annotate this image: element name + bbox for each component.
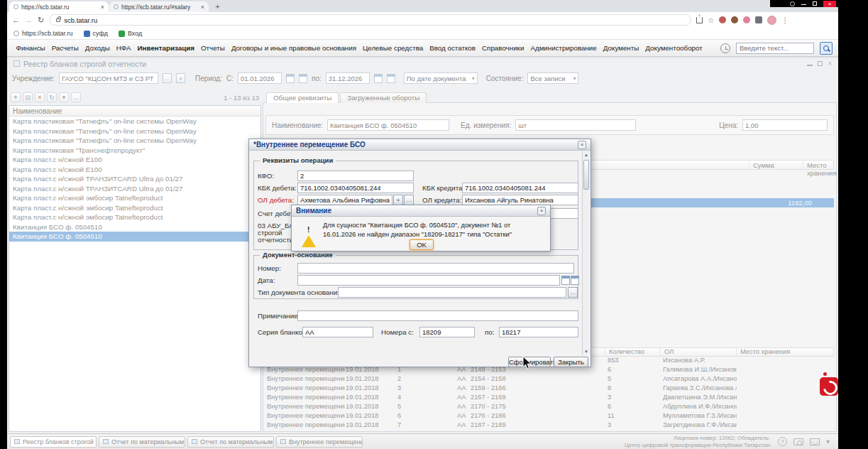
ol-debit-lookup-button[interactable]: … xyxy=(404,195,414,205)
warning-dialog: Внимание ! Для сущности "Квитанция БСО ф… xyxy=(291,205,551,251)
tab-favicon-icon xyxy=(13,4,18,9)
tab-title: https://scb.tatar.ru/#salary xyxy=(121,4,199,11)
back-icon[interactable]: ← xyxy=(12,16,20,24)
menu-item[interactable]: Отчеты xyxy=(198,44,229,52)
kbk-debit-label: КБК дебета: xyxy=(258,184,297,192)
kbk-debit-input[interactable] xyxy=(297,183,414,193)
address-text: scb.tatar.ru xyxy=(64,16,97,24)
dialog-title: *Внутреннее перемещение БСО xyxy=(253,141,366,148)
forward-icon[interactable]: → xyxy=(25,16,33,24)
ol-credit-input[interactable] xyxy=(462,195,578,205)
browser-tab-2[interactable]: https://scb.tatar.ru/#salary xyxy=(109,1,209,12)
internal-move-dialog: *Внутреннее перемещение БСО Реквизиты оп… xyxy=(248,139,591,367)
tab-close-icon[interactable] xyxy=(101,4,104,11)
new-tab-button[interactable] xyxy=(213,2,222,11)
bookmark-label: Вход xyxy=(128,30,142,37)
dialog-scrollbar[interactable] xyxy=(582,151,590,355)
menu-item[interactable]: Ввод остатков xyxy=(427,44,479,52)
scroll-down-icon[interactable] xyxy=(583,348,590,355)
ol-credit-label: ОЛ кредита: xyxy=(422,196,461,204)
menu-item[interactable]: Финансы xyxy=(13,44,48,52)
window-maximize-button[interactable] xyxy=(813,1,817,6)
share-icon[interactable] xyxy=(696,17,703,23)
calendar-icon[interactable] xyxy=(561,276,570,285)
doc-type-lookup-button[interactable]: … xyxy=(568,287,578,298)
extension-icon[interactable] xyxy=(719,16,726,23)
alert-close-icon[interactable] xyxy=(537,207,546,215)
scroll-thumb[interactable] xyxy=(583,160,589,190)
kfo-input[interactable] xyxy=(297,171,414,181)
global-search-input[interactable] xyxy=(736,43,814,54)
doc-number-input[interactable] xyxy=(297,263,574,274)
dialog-titlebar[interactable]: *Внутреннее перемещение БСО xyxy=(249,139,590,151)
tab-title: https://scb.tatar.ru xyxy=(21,4,99,11)
doc-date-input[interactable] xyxy=(297,275,560,286)
menu-item[interactable]: Инвентаризация xyxy=(134,44,197,52)
menu-item[interactable]: Справочники xyxy=(479,44,527,52)
menu-item[interactable]: Администрирование xyxy=(527,44,600,52)
abu-label: отчетности: xyxy=(258,236,295,244)
bookmark-favicon-icon xyxy=(119,31,125,37)
address-bar[interactable]: scb.tatar.ru xyxy=(49,14,691,26)
doc-number-label: Номер: xyxy=(258,264,281,272)
window-close-button[interactable]: × xyxy=(823,1,836,7)
os-titlebar: × xyxy=(770,0,868,7)
ok-button[interactable]: OK xyxy=(410,239,434,250)
ol-debit-input[interactable] xyxy=(297,195,392,205)
bookmark-star-icon[interactable] xyxy=(708,16,714,24)
extensions-puzzle-icon[interactable] xyxy=(755,16,762,23)
kbk-credit-label: КБК кредита: xyxy=(422,184,464,192)
doc-type-label: Тип документа основания: xyxy=(258,288,343,296)
kfo-label: КФО: xyxy=(258,172,274,180)
record-indicator-icon xyxy=(790,1,795,6)
lock-icon xyxy=(56,18,60,22)
app-menubar: Финансы Расчеты Доходы НФА Инвентаризаци… xyxy=(7,40,838,57)
reload-icon[interactable]: ↻ xyxy=(38,16,44,25)
menu-item[interactable]: НФА xyxy=(113,44,134,52)
calendar-icon[interactable] xyxy=(571,276,579,285)
menu-item[interactable]: Документооборот xyxy=(642,44,705,52)
menu-item[interactable]: Целевые средства xyxy=(360,44,427,52)
numbers-to-label: по: xyxy=(485,328,494,336)
scroll-up-icon[interactable] xyxy=(583,151,590,158)
menu-item[interactable]: Документы xyxy=(600,44,642,52)
bookmark-item[interactable]: суфд xyxy=(84,30,108,37)
alert-title: Внимание xyxy=(296,207,331,215)
bookmark-label: суфд xyxy=(93,30,108,37)
extension-icon[interactable] xyxy=(743,16,750,23)
mouse-cursor xyxy=(522,356,532,369)
kbk-credit-input[interactable] xyxy=(462,183,578,193)
note-input[interactable] xyxy=(297,310,578,321)
bookmark-label: https://scb.tatar.ru xyxy=(22,30,73,37)
bookmark-item[interactable]: https://scb.tatar.ru xyxy=(13,30,73,37)
alert-titlebar[interactable]: Внимание xyxy=(292,205,550,217)
bookmarks-bar: https://scb.tatar.ru суфд Вход xyxy=(7,28,838,40)
extension-icon[interactable] xyxy=(731,16,738,23)
tab-close-icon[interactable] xyxy=(201,4,204,11)
note-label: Примечание: xyxy=(258,312,300,320)
browser-menu-icon[interactable] xyxy=(781,16,789,24)
browser-tabstrip: https://scb.tatar.ru https://scb.tatar.r… xyxy=(7,0,838,12)
menu-item[interactable]: Доходы xyxy=(82,44,113,52)
browser-navbar: ← → ↻ scb.tatar.ru xyxy=(7,12,838,28)
close-button[interactable]: Закрыть xyxy=(554,357,588,367)
menu-item[interactable]: Договоры и иные правовые основания xyxy=(228,44,359,52)
tab-favicon-icon xyxy=(114,4,119,9)
series-input[interactable] xyxy=(302,327,373,337)
red-widget-badge[interactable] xyxy=(820,377,838,396)
dialog-close-icon[interactable] xyxy=(578,141,586,149)
doc-date-label: Дата: xyxy=(258,276,275,284)
numbers-to-input[interactable] xyxy=(499,327,578,337)
fieldset-legend: Реквизиты операции xyxy=(260,156,336,164)
numbers-from-label: Номера с: xyxy=(381,328,414,336)
browser-tab-1[interactable]: https://scb.tatar.ru xyxy=(9,1,109,12)
doc-type-input[interactable] xyxy=(338,287,566,298)
numbers-from-input[interactable] xyxy=(419,327,475,337)
search-button[interactable] xyxy=(820,42,833,55)
menu-item[interactable]: Расчеты xyxy=(48,44,82,52)
ol-debit-clear-button[interactable]: × xyxy=(393,195,403,205)
profile-avatar[interactable] xyxy=(767,16,776,25)
window-minimize-button[interactable] xyxy=(801,2,806,5)
bookmark-item[interactable]: Вход xyxy=(119,30,142,37)
clock-icon[interactable] xyxy=(720,43,730,53)
